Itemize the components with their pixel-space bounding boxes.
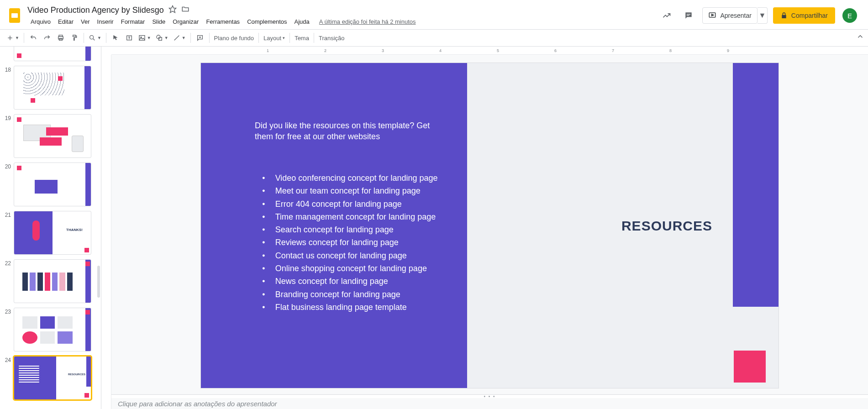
bullet-item: News concept for landing page [275, 276, 388, 287]
notes-splitter[interactable]: • • • [111, 394, 868, 398]
bullet-item: Video conferencing concept for landing p… [275, 173, 438, 184]
thumb-number: 20 [2, 163, 11, 206]
speaker-notes[interactable]: Clique para adicionar as anotações do ap… [111, 398, 868, 409]
bullet-item: Online shopping concept for landing page [275, 263, 427, 274]
layout-button[interactable]: Layout▾ [262, 32, 287, 44]
slide-right-strip [733, 63, 779, 307]
star-icon[interactable] [168, 5, 177, 15]
svg-rect-1 [11, 13, 18, 18]
select-tool[interactable] [109, 32, 122, 44]
activity-icon[interactable] [658, 7, 675, 24]
svg-rect-3 [687, 14, 690, 15]
menu-complementos[interactable]: Complementos [244, 17, 290, 26]
print-button[interactable] [54, 32, 67, 44]
menu-ver[interactable]: Ver [78, 17, 93, 26]
move-to-folder-icon[interactable] [181, 5, 189, 15]
zoom-button[interactable]: ▼ [87, 32, 103, 44]
slide-thumb-22[interactable] [14, 259, 91, 303]
present-label: Apresentar [720, 12, 751, 19]
svg-point-12 [90, 36, 94, 39]
slide-heading[interactable]: RESOURCES [621, 218, 712, 234]
menu-organizar[interactable]: Organizar [169, 17, 202, 26]
slide-thumb-21[interactable]: THANKS! [14, 211, 91, 255]
svg-rect-11 [59, 38, 63, 40]
canvas-area: 1 2 3 4 5 6 7 8 9 RESOURCES Did you like… [101, 47, 868, 409]
svg-line-21 [174, 36, 179, 41]
menu-ajuda[interactable]: Ajuda [291, 17, 313, 26]
thumb-number: 22 [2, 259, 11, 303]
svg-marker-6 [712, 14, 714, 16]
svg-rect-17 [139, 36, 145, 41]
comment-tool[interactable] [194, 32, 206, 44]
header-right: Apresentar ▼ Compartilhar E [658, 7, 864, 24]
bullet-item: Flat business landing page template [275, 302, 407, 313]
redo-button[interactable] [41, 32, 53, 44]
avatar[interactable]: E [842, 8, 857, 23]
toolbar: ▼ ▼ ▼ ▼ ▼ Plano de fundo Layout▾ Tema Tr… [0, 29, 868, 47]
vertical-ruler [101, 55, 111, 409]
collapse-toolbar-icon[interactable] [856, 32, 864, 42]
header: Video Production Agency by Slidesgo Arqu… [0, 0, 868, 29]
theme-button[interactable]: Tema [293, 32, 311, 44]
menu-formatar[interactable]: Formatar [118, 17, 148, 26]
last-edit-link[interactable]: A última edição foi feita há 2 minutos [319, 18, 416, 25]
slide-thumb-19[interactable] [14, 114, 91, 158]
workspace: 18 19 20 [0, 47, 868, 409]
comments-icon[interactable] [680, 7, 697, 24]
bullet-item: Time management concept for landing page [275, 211, 436, 222]
new-slide-button[interactable]: ▼ [5, 32, 21, 44]
background-button[interactable]: Plano de fundo [212, 32, 256, 44]
textbox-tool[interactable] [123, 32, 136, 44]
doc-title[interactable]: Video Production Agency by Slidesgo [27, 5, 164, 15]
menu-editar[interactable]: Editar [55, 17, 77, 26]
canvas-background[interactable]: RESOURCES Did you like the resources on … [111, 55, 868, 409]
bullet-item: Reviews concept for landing page [275, 237, 399, 248]
slide-pink-square [734, 351, 766, 383]
slides-logo[interactable] [5, 6, 24, 25]
thumb-number: 21 [2, 211, 11, 255]
image-tool[interactable]: ▼ [137, 32, 153, 44]
slide-thumb[interactable] [14, 47, 91, 61]
slide-canvas[interactable]: RESOURCES Did you like the resources on … [201, 63, 779, 388]
thumb-number: 23 [2, 308, 11, 351]
menu-arquivo[interactable]: Arquivo [27, 17, 54, 26]
slide-thumb-20[interactable] [14, 163, 91, 206]
transition-button[interactable]: Transição [317, 32, 347, 44]
menu-inserir[interactable]: Inserir [94, 17, 117, 26]
thumb-number: 24 [2, 356, 11, 400]
paint-format-button[interactable] [68, 32, 81, 44]
menu-ferramentas[interactable]: Ferramentas [203, 17, 243, 26]
bullet-item: Search concept for landing page [275, 224, 394, 235]
filmstrip-scrollbar[interactable] [97, 266, 100, 298]
line-tool[interactable]: ▼ [171, 32, 188, 44]
title-block: Video Production Agency by Slidesgo Arqu… [27, 4, 658, 27]
bullet-item: Branding concept for landing page [275, 289, 400, 300]
slide-thumb-18[interactable] [14, 66, 91, 110]
bullet-item: Meet our team concept for landing page [275, 185, 421, 196]
menu-slide[interactable]: Slide [149, 17, 168, 26]
shape-tool[interactable]: ▼ [154, 32, 170, 44]
slide-bullet-list[interactable]: Video conferencing concept for landing p… [262, 173, 438, 315]
share-button[interactable]: Compartilhar [773, 7, 835, 24]
filmstrip[interactable]: 18 19 20 [0, 47, 101, 409]
svg-rect-4 [687, 15, 689, 16]
present-dropdown[interactable]: ▼ [758, 7, 768, 24]
thumb-number: 18 [2, 66, 11, 110]
slide-intro-text[interactable]: Did you like the resources on this templ… [255, 120, 437, 142]
undo-button[interactable] [27, 32, 40, 44]
slide-thumb-24[interactable]: RESOURCES [14, 356, 91, 400]
share-label: Compartilhar [791, 12, 828, 19]
svg-marker-2 [169, 6, 176, 13]
horizontal-ruler: 1 2 3 4 5 6 7 8 9 [111, 47, 868, 55]
thumb-number: 19 [2, 114, 11, 158]
svg-line-13 [93, 39, 95, 40]
menu-bar: Arquivo Editar Ver Inserir Formatar Slid… [27, 16, 658, 27]
bullet-item: Error 404 concept for landing page [275, 199, 402, 210]
bullet-item: Contact us concept for landing page [275, 250, 407, 261]
slide-thumb-23[interactable] [14, 308, 91, 351]
present-button[interactable]: Apresentar [702, 7, 757, 24]
